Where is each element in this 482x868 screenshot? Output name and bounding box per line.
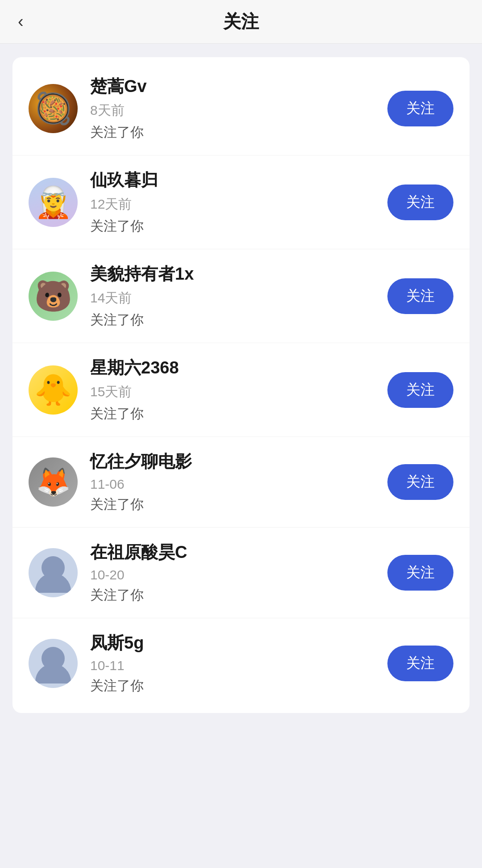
user-info: 凤斯5g 10-11 关注了你	[90, 632, 387, 695]
user-time: 15天前	[90, 383, 387, 401]
user-time: 10-20	[90, 567, 387, 583]
follow-button[interactable]: 关注	[387, 464, 453, 500]
list-item: 忆往夕聊电影 11-06 关注了你 关注	[12, 437, 470, 528]
user-action: 关注了你	[90, 495, 387, 514]
list-item: 美貌持有者1x 14天前 关注了你 关注	[12, 249, 470, 343]
list-item: 仙玖暮归 12天前 关注了你 关注	[12, 155, 470, 249]
user-name: 在祖原酸昊C	[90, 541, 387, 564]
user-info: 忆往夕聊电影 11-06 关注了你	[90, 450, 387, 514]
avatar[interactable]	[29, 365, 78, 415]
avatar[interactable]	[29, 457, 78, 507]
user-action: 关注了你	[90, 405, 387, 423]
user-action: 关注了你	[90, 586, 387, 604]
user-time: 10-11	[90, 658, 387, 673]
user-name: 星期六2368	[90, 356, 387, 379]
back-button[interactable]: ‹	[18, 12, 24, 31]
user-time: 14天前	[90, 289, 387, 307]
follow-list: 楚蒿Gv 8天前 关注了你 关注 仙玖暮归 12天前 关注了你 关注 美貌持有者…	[12, 57, 470, 713]
follow-button[interactable]: 关注	[387, 278, 453, 314]
follow-button[interactable]: 关注	[387, 91, 453, 126]
follow-button[interactable]: 关注	[387, 185, 453, 220]
user-action: 关注了你	[90, 677, 387, 695]
avatar[interactable]	[29, 178, 78, 227]
user-info: 楚蒿Gv 8天前 关注了你	[90, 75, 387, 142]
page-title: 关注	[223, 9, 259, 34]
user-info: 仙玖暮归 12天前 关注了你	[90, 169, 387, 235]
follow-button[interactable]: 关注	[387, 372, 453, 408]
user-action: 关注了你	[90, 123, 387, 142]
list-item: 凤斯5g 10-11 关注了你 关注	[12, 618, 470, 709]
user-name: 美貌持有者1x	[90, 263, 387, 285]
user-name: 楚蒿Gv	[90, 75, 387, 98]
user-name: 凤斯5g	[90, 632, 387, 654]
user-info: 美貌持有者1x 14天前 关注了你	[90, 263, 387, 329]
header: ‹ 关注	[0, 0, 482, 44]
user-info: 在祖原酸昊C 10-20 关注了你	[90, 541, 387, 604]
list-item: 在祖原酸昊C 10-20 关注了你 关注	[12, 528, 470, 618]
user-time: 8天前	[90, 101, 387, 120]
list-item: 星期六2368 15天前 关注了你 关注	[12, 343, 470, 437]
user-time: 11-06	[90, 477, 387, 492]
avatar[interactable]	[29, 272, 78, 321]
user-time: 12天前	[90, 195, 387, 214]
avatar[interactable]	[29, 639, 78, 688]
follow-button[interactable]: 关注	[387, 555, 453, 591]
user-name: 仙玖暮归	[90, 169, 387, 192]
user-action: 关注了你	[90, 311, 387, 329]
follow-button[interactable]: 关注	[387, 646, 453, 681]
list-item: 楚蒿Gv 8天前 关注了你 关注	[12, 62, 470, 155]
avatar[interactable]	[29, 84, 78, 133]
user-action: 关注了你	[90, 217, 387, 235]
user-name: 忆往夕聊电影	[90, 450, 387, 473]
avatar[interactable]	[29, 548, 78, 597]
user-info: 星期六2368 15天前 关注了你	[90, 356, 387, 423]
